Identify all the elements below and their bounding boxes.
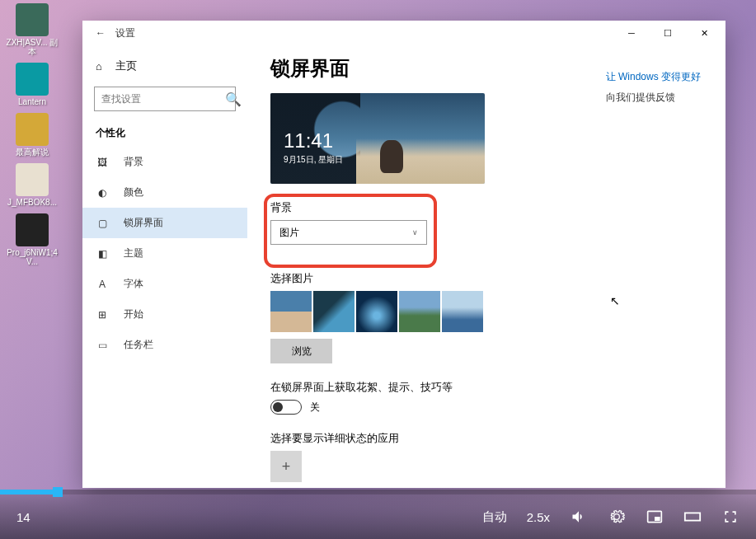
- theme-icon: ◧: [96, 247, 109, 260]
- nav-background[interactable]: 🖼背景: [82, 147, 247, 177]
- minimize-button[interactable]: ─: [613, 21, 650, 45]
- category-header: 个性化: [82, 118, 247, 147]
- desktop-area: ZXH|ASV... 副本 Lantern 最高解说 J_MFBOK8... P…: [0, 0, 82, 539]
- close-button[interactable]: ✕: [686, 21, 722, 45]
- nav-fonts[interactable]: A字体: [82, 269, 247, 299]
- browse-button[interactable]: 浏览: [270, 339, 332, 363]
- search-input[interactable]: [101, 93, 225, 105]
- sidebar: ⌂ 主页 🔍 个性化 🖼背景 ◐颜色 ▢锁屏界面 ◧主题 A字体 ⊞开始 ▭任务…: [82, 45, 247, 488]
- chevron-down-icon: ∨: [412, 228, 418, 237]
- nav-start[interactable]: ⊞开始: [82, 299, 247, 330]
- wide-icon[interactable]: [683, 508, 702, 526]
- pip-icon[interactable]: [646, 508, 664, 526]
- quality-selector[interactable]: 自动: [482, 509, 507, 525]
- settings-window: ← 设置 ─ ☐ ✕ ⌂ 主页 🔍 个性化 🖼背景 ◐颜色 ▢锁屏界面 ◧主题 …: [82, 21, 725, 488]
- preview-date: 9月15日, 星期日: [284, 154, 343, 166]
- tips-toggle[interactable]: [270, 400, 302, 415]
- dropdown-value: 图片: [279, 226, 299, 240]
- start-icon: ⊞: [96, 308, 109, 321]
- tips-label: 在锁屏界面上获取花絮、提示、技巧等: [270, 380, 702, 395]
- feedback-aside: 让 Windows 变得更好 向我们提供反馈: [606, 70, 701, 105]
- window-title: 设置: [115, 26, 135, 40]
- add-detailed-app[interactable]: +: [270, 451, 302, 482]
- fullscreen-icon[interactable]: [721, 508, 740, 526]
- maximize-button[interactable]: ☐: [650, 21, 686, 45]
- nav-colors[interactable]: ◐颜色: [82, 177, 247, 208]
- search-icon: 🔍: [225, 91, 242, 107]
- home-link[interactable]: ⌂ 主页: [82, 52, 247, 80]
- toggle-state: 关: [310, 401, 320, 415]
- titlebar[interactable]: ← 设置 ─ ☐ ✕: [82, 21, 725, 45]
- detailed-status-label: 选择要显示详细状态的应用: [270, 431, 702, 446]
- picture-icon: 🖼: [96, 156, 109, 169]
- nav-themes[interactable]: ◧主题: [82, 238, 247, 269]
- choose-picture-label: 选择图片: [270, 271, 702, 286]
- desktop-icon[interactable]: 最高解说: [3, 113, 61, 157]
- thumbnail[interactable]: [270, 291, 312, 332]
- home-icon: ⌂: [96, 60, 102, 73]
- nav-taskbar[interactable]: ▭任务栏: [82, 330, 247, 360]
- play-time: 14: [16, 510, 31, 524]
- preview-time: 11:41: [284, 129, 333, 152]
- svg-rect-1: [655, 517, 660, 521]
- desktop-icon[interactable]: J_MFBOK8...: [3, 163, 61, 207]
- taskbar-icon: ▭: [96, 339, 109, 352]
- lock-icon: ▢: [96, 217, 109, 230]
- search-box[interactable]: 🔍: [94, 87, 236, 111]
- background-dropdown[interactable]: 图片 ∨: [270, 220, 427, 245]
- help-link[interactable]: 让 Windows 变得更好: [606, 70, 701, 84]
- svg-rect-2: [685, 513, 700, 520]
- content-pane: 锁屏界面 11:41 9月15日, 星期日 背景 图片 ∨ 选择图片: [247, 45, 725, 488]
- thumbnail[interactable]: [356, 291, 397, 332]
- thumbnail[interactable]: [442, 291, 483, 332]
- lockscreen-preview: 11:41 9月15日, 星期日: [270, 93, 485, 184]
- speed-selector[interactable]: 2.5x: [527, 510, 550, 524]
- settings-icon[interactable]: [608, 508, 626, 526]
- volume-icon[interactable]: [570, 508, 588, 526]
- thumbnail[interactable]: [313, 291, 355, 332]
- nav-lockscreen[interactable]: ▢锁屏界面: [82, 208, 247, 238]
- thumbnail[interactable]: [399, 291, 440, 332]
- feedback-link[interactable]: 向我们提供反馈: [606, 91, 701, 105]
- back-button[interactable]: ←: [96, 27, 106, 39]
- progress-bar[interactable]: [0, 490, 756, 494]
- video-controls: 14 自动 2.5x: [0, 490, 756, 539]
- picture-thumbnails: [270, 291, 702, 332]
- font-icon: A: [96, 278, 109, 291]
- background-selector-highlight: 背景 图片 ∨: [265, 195, 435, 266]
- desktop-icon[interactable]: Pro_j6NiW1;4V...: [3, 213, 61, 266]
- palette-icon: ◐: [96, 186, 109, 199]
- desktop-icon[interactable]: ZXH|ASV... 副本: [3, 3, 61, 56]
- background-label: 背景: [270, 200, 427, 215]
- desktop-icon[interactable]: Lantern: [3, 63, 61, 106]
